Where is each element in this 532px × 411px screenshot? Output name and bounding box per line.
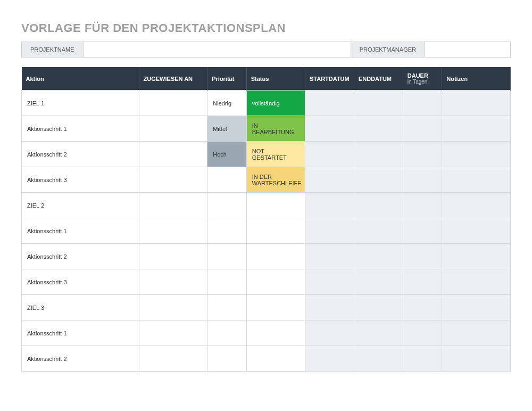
table-row: Aktionsschritt 1 <box>22 218 511 244</box>
cell-startdatum[interactable] <box>305 320 354 346</box>
table-row: Aktionsschritt 1MittelIN BEARBEITUNG <box>22 116 511 142</box>
cell-dauer[interactable] <box>403 193 442 218</box>
cell-aktion[interactable]: ZIEL 3 <box>22 295 139 320</box>
cell-zugewiesen[interactable] <box>139 295 207 320</box>
cell-notizen[interactable] <box>442 142 511 167</box>
project-name-label: PROJEKTNAME <box>22 42 84 57</box>
cell-notizen[interactable] <box>442 116 511 142</box>
cell-dauer[interactable] <box>403 269 442 295</box>
cell-zugewiesen[interactable] <box>139 91 207 116</box>
cell-aktion[interactable]: Aktionsschritt 1 <box>22 320 139 346</box>
cell-dauer[interactable] <box>403 320 442 346</box>
cell-enddatum[interactable] <box>354 142 403 167</box>
cell-status[interactable] <box>246 193 305 218</box>
cell-aktion[interactable]: Aktionsschritt 1 <box>22 116 139 142</box>
cell-enddatum[interactable] <box>354 320 403 346</box>
cell-zugewiesen[interactable] <box>139 218 207 244</box>
cell-status[interactable] <box>246 218 305 244</box>
cell-startdatum[interactable] <box>305 295 354 320</box>
cell-prioritaet[interactable] <box>207 269 247 295</box>
col-dauer-sub: in Tagen <box>408 79 438 85</box>
cell-status[interactable] <box>246 320 305 346</box>
cell-startdatum[interactable] <box>305 142 354 167</box>
cell-dauer[interactable] <box>403 142 442 167</box>
cell-dauer[interactable] <box>403 295 442 320</box>
cell-startdatum[interactable] <box>305 193 354 218</box>
col-startdatum: STARTDATUM <box>305 67 354 91</box>
cell-dauer[interactable] <box>403 218 442 244</box>
cell-enddatum[interactable] <box>354 269 403 295</box>
cell-startdatum[interactable] <box>305 167 354 193</box>
cell-notizen[interactable] <box>442 295 511 320</box>
cell-status[interactable] <box>246 269 305 295</box>
table-row: ZIEL 1Niedrigvollständig <box>22 91 511 116</box>
cell-status[interactable]: NOT GESTARTET <box>246 142 305 167</box>
cell-aktion[interactable]: Aktionsschritt 3 <box>22 269 139 295</box>
table-row: Aktionsschritt 2 <box>22 244 511 269</box>
cell-prioritaet[interactable] <box>207 320 247 346</box>
cell-zugewiesen[interactable] <box>139 142 207 167</box>
cell-prioritaet[interactable]: Niedrig <box>207 91 247 116</box>
project-manager-value[interactable] <box>425 42 510 57</box>
cell-aktion[interactable]: Aktionsschritt 3 <box>22 167 139 193</box>
cell-zugewiesen[interactable] <box>139 116 207 142</box>
cell-enddatum[interactable] <box>354 91 403 116</box>
project-name-value[interactable] <box>84 42 351 57</box>
cell-zugewiesen[interactable] <box>139 193 207 218</box>
cell-dauer[interactable] <box>403 167 442 193</box>
cell-status[interactable] <box>246 244 305 269</box>
cell-notizen[interactable] <box>442 346 511 372</box>
cell-notizen[interactable] <box>442 218 511 244</box>
cell-dauer[interactable] <box>403 244 442 269</box>
cell-aktion[interactable]: ZIEL 2 <box>22 193 139 218</box>
cell-aktion[interactable]: ZIEL 1 <box>22 91 139 116</box>
cell-notizen[interactable] <box>442 269 511 295</box>
cell-status[interactable]: vollständig <box>246 91 305 116</box>
cell-prioritaet[interactable] <box>207 167 247 193</box>
cell-startdatum[interactable] <box>305 346 354 372</box>
cell-enddatum[interactable] <box>354 218 403 244</box>
cell-notizen[interactable] <box>442 244 511 269</box>
cell-dauer[interactable] <box>403 116 442 142</box>
cell-startdatum[interactable] <box>305 116 354 142</box>
cell-status[interactable] <box>246 346 305 372</box>
cell-dauer[interactable] <box>403 91 442 116</box>
cell-zugewiesen[interactable] <box>139 167 207 193</box>
cell-aktion[interactable]: Aktionsschritt 2 <box>22 244 139 269</box>
cell-startdatum[interactable] <box>305 91 354 116</box>
cell-zugewiesen[interactable] <box>139 244 207 269</box>
cell-status[interactable] <box>246 295 305 320</box>
table-row: Aktionsschritt 2HochNOT GESTARTET <box>22 142 511 167</box>
cell-status[interactable]: IN BEARBEITUNG <box>246 116 305 142</box>
cell-enddatum[interactable] <box>354 244 403 269</box>
cell-aktion[interactable]: Aktionsschritt 1 <box>22 218 139 244</box>
cell-enddatum[interactable] <box>354 167 403 193</box>
cell-prioritaet[interactable] <box>207 295 247 320</box>
cell-dauer[interactable] <box>403 346 442 372</box>
cell-prioritaet[interactable] <box>207 193 247 218</box>
cell-enddatum[interactable] <box>354 116 403 142</box>
cell-zugewiesen[interactable] <box>139 269 207 295</box>
cell-zugewiesen[interactable] <box>139 320 207 346</box>
cell-startdatum[interactable] <box>305 218 354 244</box>
cell-prioritaet[interactable]: Mittel <box>207 116 247 142</box>
cell-aktion[interactable]: Aktionsschritt 2 <box>22 142 139 167</box>
cell-notizen[interactable] <box>442 167 511 193</box>
cell-prioritaet[interactable] <box>207 346 247 372</box>
project-info-bar: PROJEKTNAME PROJEKTMANAGER <box>21 42 511 57</box>
cell-aktion[interactable]: Aktionsschritt 2 <box>22 346 139 372</box>
cell-notizen[interactable] <box>442 320 511 346</box>
cell-enddatum[interactable] <box>354 346 403 372</box>
cell-prioritaet[interactable] <box>207 218 247 244</box>
cell-notizen[interactable] <box>442 91 511 116</box>
cell-prioritaet[interactable] <box>207 244 247 269</box>
cell-enddatum[interactable] <box>354 295 403 320</box>
cell-prioritaet[interactable]: Hoch <box>207 142 247 167</box>
cell-notizen[interactable] <box>442 193 511 218</box>
table-row: Aktionsschritt 2 <box>22 346 511 372</box>
cell-status[interactable]: IN DER WARTESCHLEIFE <box>246 167 305 193</box>
cell-startdatum[interactable] <box>305 269 354 295</box>
cell-zugewiesen[interactable] <box>139 346 207 372</box>
cell-startdatum[interactable] <box>305 244 354 269</box>
cell-enddatum[interactable] <box>354 193 403 218</box>
